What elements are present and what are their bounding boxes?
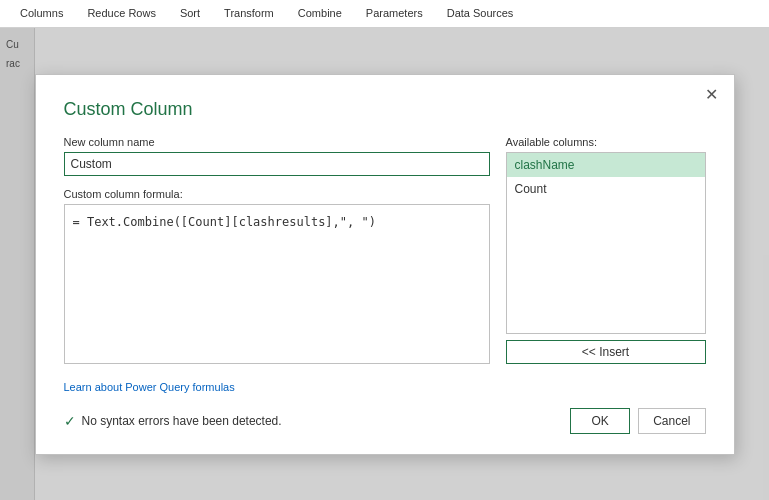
modal-overlay: ✕ Custom Column New column name Custom c… — [0, 28, 769, 500]
toolbar-label-reduce-rows: Reduce Rows — [87, 7, 155, 19]
ok-button[interactable]: OK — [570, 408, 630, 434]
toolbar-label-sort: Sort — [180, 7, 200, 19]
formula-label: Custom column formula: — [64, 188, 490, 200]
available-item-clashname[interactable]: clashName — [507, 153, 705, 177]
check-icon: ✓ — [64, 413, 76, 429]
toolbar-item-transform[interactable]: Transform — [212, 0, 286, 27]
dialog-left-panel: New column name Custom column formula: =… — [64, 136, 490, 364]
toolbar-item-parameters[interactable]: Parameters — [354, 0, 435, 27]
available-item-count[interactable]: Count — [507, 177, 705, 201]
cancel-button[interactable]: Cancel — [638, 408, 705, 434]
dialog-title: Custom Column — [64, 99, 706, 120]
dialog-right-panel: Available columns: clashName Count << In… — [506, 136, 706, 364]
toolbar-label-transform: Transform — [224, 7, 274, 19]
learn-link[interactable]: Learn about Power Query formulas — [64, 381, 235, 393]
new-column-label: New column name — [64, 136, 490, 148]
toolbar-item-reduce-rows[interactable]: Reduce Rows — [75, 0, 167, 27]
toolbar-item-data-sources[interactable]: Data Sources — [435, 0, 526, 27]
toolbar-label-combine: Combine — [298, 7, 342, 19]
formula-input[interactable]: = Text.Combine([Count][clashresults],", … — [64, 204, 490, 364]
available-columns-list: clashName Count — [506, 152, 706, 334]
status-bar: ✓ No syntax errors have been detected. O… — [64, 408, 706, 434]
toolbar-item-columns[interactable]: Columns — [8, 0, 75, 27]
dialog-footer: Learn about Power Query formulas ✓ No sy… — [64, 380, 706, 434]
toolbar-item-combine[interactable]: Combine — [286, 0, 354, 27]
custom-column-dialog: ✕ Custom Column New column name Custom c… — [35, 74, 735, 455]
button-group: OK Cancel — [570, 408, 705, 434]
column-name-input[interactable] — [64, 152, 490, 176]
toolbar-label-data-sources: Data Sources — [447, 7, 514, 19]
toolbar-item-sort[interactable]: Sort — [168, 0, 212, 27]
status-ok-message: ✓ No syntax errors have been detected. — [64, 413, 282, 429]
dialog-body: New column name Custom column formula: =… — [64, 136, 706, 364]
insert-button[interactable]: << Insert — [506, 340, 706, 364]
main-toolbar: Columns Reduce Rows Sort Transform Combi… — [0, 0, 769, 28]
close-button[interactable]: ✕ — [701, 85, 722, 105]
toolbar-label-parameters: Parameters — [366, 7, 423, 19]
status-text: No syntax errors have been detected. — [82, 414, 282, 428]
available-columns-label: Available columns: — [506, 136, 706, 148]
toolbar-label-columns: Columns — [20, 7, 63, 19]
